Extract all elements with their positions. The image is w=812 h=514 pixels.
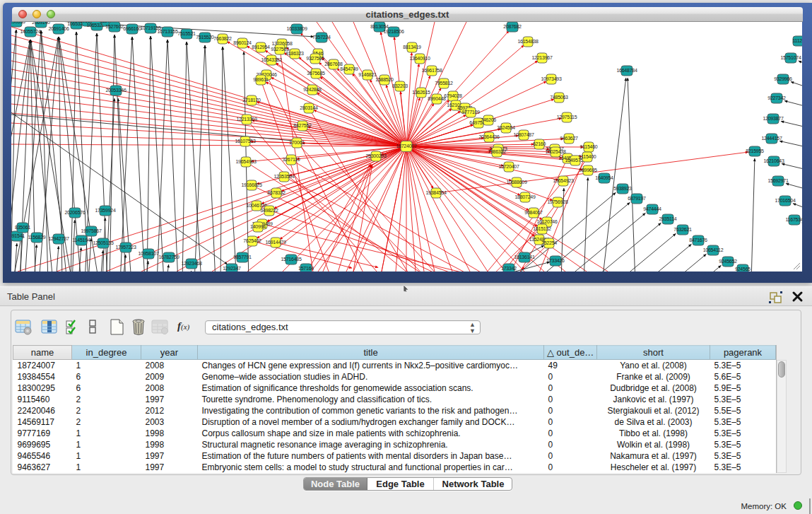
svg-text:3624554: 3624554 [497,125,515,130]
svg-text:8912954: 8912954 [252,45,270,49]
svg-text:8454749: 8454749 [340,66,358,71]
svg-text:12505135: 12505135 [93,240,114,245]
svg-text:20364436: 20364436 [478,134,500,139]
svg-text:16782759: 16782759 [158,255,180,259]
svg-text:20691406: 20691406 [48,26,69,31]
svg-text:7663822: 7663822 [213,36,232,41]
svg-text:19218506: 19218506 [383,29,404,34]
svg-text:20053346: 20053346 [105,88,126,93]
svg-text:8990448: 8990448 [428,96,446,101]
svg-text:12942737: 12942737 [48,236,69,241]
svg-text:16648784: 16648784 [616,68,637,73]
svg-text:7625402: 7625402 [243,238,261,243]
svg-text:16961758: 16961758 [421,68,442,73]
svg-text:989611: 989611 [253,77,269,82]
svg-text:8960124: 8960124 [233,40,252,45]
svg-text:10807487: 10807487 [513,132,534,137]
svg-text:9084067: 9084067 [524,210,543,215]
svg-text:16914479: 16914479 [265,240,286,245]
svg-text:15716485: 15716485 [281,257,302,262]
svg-text:6879197: 6879197 [628,196,646,201]
svg-text:1290555: 1290555 [11,22,25,24]
svg-text:8813419: 8813419 [403,45,421,49]
svg-text:13640910: 13640910 [409,56,430,61]
svg-text:16154838: 16154838 [517,39,539,44]
svg-text:16120746: 16120746 [536,219,558,224]
svg-text:5938923: 5938923 [613,186,632,191]
svg-text:18724007: 18724007 [396,144,417,148]
svg-text:10688609: 10688609 [506,180,527,185]
svg-text:16136141: 16136141 [514,255,535,259]
svg-text:3498222: 3498222 [260,208,278,213]
svg-text:924565: 924565 [735,267,751,271]
svg-text:16107553: 16107553 [235,139,256,144]
svg-text:6966160: 6966160 [123,26,141,31]
svg-text:7986322: 7986322 [488,149,506,154]
svg-text:2718170: 2718170 [242,98,261,103]
svg-text:7357224: 7357224 [312,35,331,40]
svg-text:15720407: 15720407 [498,164,519,169]
svg-text:12213369: 12213369 [236,117,257,122]
svg-text:9474444: 9474444 [643,206,661,211]
svg-text:6794028: 6794028 [444,93,462,98]
svg-text:7515521: 7515521 [177,31,196,36]
svg-text:8427552: 8427552 [293,123,312,128]
svg-text:9857791: 9857791 [233,255,252,259]
svg-text:9242848: 9242848 [303,87,322,92]
svg-text:832203: 832203 [392,83,408,88]
svg-text:17359924: 17359924 [95,208,116,213]
svg-text:8678332: 8678332 [267,190,286,195]
svg-text:10046736: 10046736 [246,203,267,208]
svg-text:170061: 170061 [289,140,305,145]
svg-text:9146821: 9146821 [358,72,377,77]
svg-text:10958107: 10958107 [138,251,159,256]
svg-text:2803144: 2803144 [300,105,318,110]
svg-text:9777109: 9777109 [461,110,480,115]
svg-text:3675685: 3675685 [307,71,325,76]
svg-text:62160: 62160 [533,141,546,146]
svg-text:9329966: 9329966 [774,76,792,81]
svg-text:1588520: 1588520 [375,77,394,82]
svg-text:8471676: 8471676 [689,238,707,243]
svg-text:19166825: 19166825 [241,182,262,187]
svg-text:9227342: 9227342 [767,95,786,100]
svg-text:9463627: 9463627 [560,136,578,141]
svg-text:9245652: 9245652 [719,259,737,264]
svg-text:2087682: 2087682 [503,24,522,29]
svg-text:19975867: 19975867 [81,228,102,233]
svg-text:1167534: 1167534 [786,217,802,222]
svg-text:10654112: 10654112 [703,247,724,252]
svg-text:17957223: 17957223 [115,245,136,250]
svg-text:1292347: 1292347 [223,266,241,271]
svg-text:1640954: 1640954 [595,175,613,180]
svg-text:12353594: 12353594 [273,174,295,179]
svg-text:8215955: 8215955 [746,148,764,153]
svg-text:1527602: 1527602 [105,24,124,29]
svg-text:12975115: 12975115 [557,115,577,119]
svg-text:391541: 391541 [11,233,25,238]
svg-text:2867608: 2867608 [324,62,343,66]
svg-text:15751074: 15751074 [780,55,801,60]
svg-text:7955812: 7955812 [435,81,453,86]
svg-text:19654923: 19654923 [553,178,574,183]
svg-text:9115460: 9115460 [580,144,598,149]
svg-text:1615132: 1615132 [533,226,551,231]
svg-text:140994: 140994 [250,224,266,229]
svg-text:19384554: 19384554 [425,190,447,195]
svg-text:16210643: 16210643 [763,158,784,163]
svg-text:10973493: 10973493 [541,76,562,81]
svg-text:7632621: 7632621 [673,227,692,232]
svg-text:20206576: 20206576 [64,210,86,215]
svg-text:25300293: 25300293 [365,153,387,158]
svg-text:9327505: 9327505 [306,56,324,61]
svg-text:12213967: 12213967 [531,55,553,60]
svg-text:14055724: 14055724 [20,29,41,34]
svg-text:8186323: 8186323 [286,51,304,56]
svg-text:7485063: 7485063 [550,95,568,100]
svg-text:9899695: 9899695 [579,168,597,173]
svg-text:12923468: 12923468 [181,261,202,266]
svg-text:1156829: 1156829 [28,235,46,240]
svg-text:17016504: 17016504 [775,198,796,203]
svg-text:9115400: 9115400 [579,154,596,159]
svg-text:2069140: 2069140 [32,22,50,25]
